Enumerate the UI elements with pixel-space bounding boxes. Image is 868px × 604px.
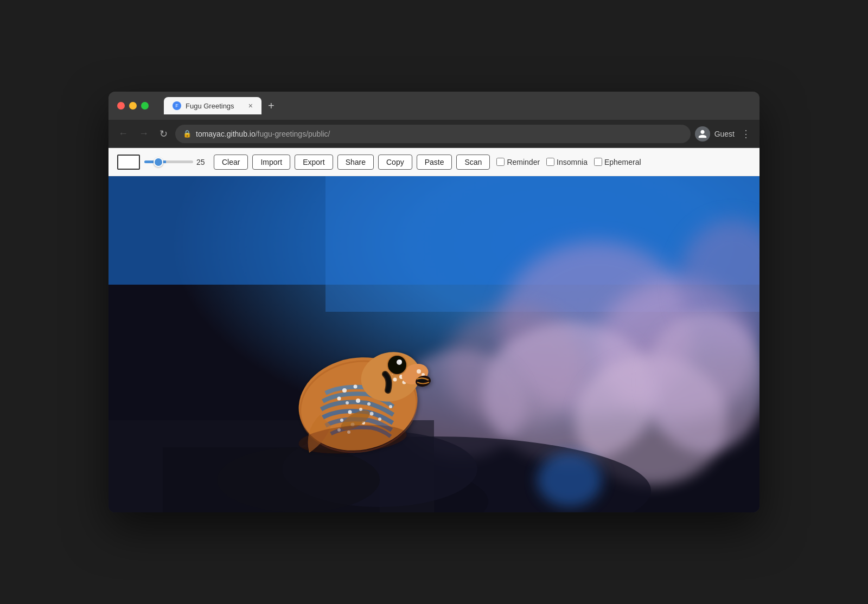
svg-point-31 xyxy=(359,408,362,411)
more-menu-button[interactable]: ⋮ xyxy=(739,126,753,142)
copy-button[interactable]: Copy xyxy=(378,155,412,170)
export-button[interactable]: Export xyxy=(295,155,333,170)
maximize-button[interactable] xyxy=(141,102,149,110)
title-bar: F Fugu Greetings × + xyxy=(108,92,760,120)
ephemeral-checkbox-label[interactable]: Ephemeral xyxy=(594,158,641,166)
svg-point-27 xyxy=(346,401,349,404)
address-bar[interactable]: 🔒 tomayac.github.io/fugu-greetings/publi… xyxy=(175,125,691,143)
clear-button[interactable]: Clear xyxy=(214,155,248,170)
insomnia-label: Insomnia xyxy=(557,158,588,166)
minimize-button[interactable] xyxy=(129,102,137,110)
profile-icon xyxy=(695,126,710,142)
svg-point-55 xyxy=(399,360,402,363)
forward-button[interactable]: → xyxy=(136,126,152,142)
svg-point-20 xyxy=(342,388,347,393)
tab-title: Fugu Greetings xyxy=(186,102,234,110)
brush-size-slider[interactable] xyxy=(144,160,193,163)
share-button[interactable]: Share xyxy=(337,155,374,170)
underwater-scene xyxy=(108,176,760,512)
refresh-button[interactable]: ↻ xyxy=(156,126,171,142)
toolbar: 25 Clear Import Export Share Copy Paste … xyxy=(108,148,760,176)
svg-point-53 xyxy=(390,357,405,372)
profile-label: Guest xyxy=(714,130,735,138)
svg-point-10 xyxy=(646,312,760,453)
svg-point-29 xyxy=(367,402,371,406)
url-path: /fugu-greetings/public/ xyxy=(256,130,330,138)
svg-point-25 xyxy=(389,405,392,408)
reminder-checkbox[interactable] xyxy=(496,158,505,166)
svg-point-32 xyxy=(370,412,374,416)
traffic-lights xyxy=(117,102,149,110)
svg-point-21 xyxy=(354,385,358,389)
content-area[interactable] xyxy=(108,176,760,512)
svg-point-16 xyxy=(217,447,380,512)
browser-window: F Fugu Greetings × + ← → ↻ 🔒 tomayac.git… xyxy=(108,92,760,512)
insomnia-checkbox[interactable] xyxy=(546,158,554,166)
svg-point-43 xyxy=(393,378,397,382)
url-base: tomayac.github.io xyxy=(196,130,256,138)
svg-point-47 xyxy=(417,369,421,374)
lock-icon: 🔒 xyxy=(183,130,192,138)
tab-close-icon[interactable]: × xyxy=(248,101,253,110)
profile-area[interactable]: Guest xyxy=(695,126,735,142)
active-tab[interactable]: F Fugu Greetings × xyxy=(164,97,261,114)
import-button[interactable]: Import xyxy=(252,155,290,170)
checkbox-group: Reminder Insomnia Ephemeral xyxy=(496,158,641,166)
slider-container: 25 xyxy=(144,158,209,166)
svg-point-30 xyxy=(348,410,352,414)
svg-point-34 xyxy=(340,419,343,422)
omnibar: ← → ↻ 🔒 tomayac.github.io/fugu-greetings… xyxy=(108,120,760,148)
slider-value: 25 xyxy=(196,158,209,166)
svg-point-26 xyxy=(337,397,341,401)
ephemeral-checkbox[interactable] xyxy=(594,158,602,166)
back-button[interactable]: ← xyxy=(115,126,131,142)
paste-button[interactable]: Paste xyxy=(417,155,452,170)
url-display: tomayac.github.io/fugu-greetings/public/ xyxy=(196,130,330,138)
close-button[interactable] xyxy=(117,102,125,110)
color-swatch[interactable] xyxy=(117,155,140,170)
tab-area: F Fugu Greetings × + xyxy=(164,97,751,114)
reminder-checkbox-label[interactable]: Reminder xyxy=(496,158,540,166)
tab-favicon: F xyxy=(173,101,181,110)
svg-point-17 xyxy=(537,453,602,507)
svg-point-28 xyxy=(356,399,360,403)
reminder-label: Reminder xyxy=(507,158,540,166)
insomnia-checkbox-label[interactable]: Insomnia xyxy=(546,158,588,166)
new-tab-button[interactable]: + xyxy=(266,98,277,114)
ephemeral-label: Ephemeral xyxy=(604,158,641,166)
scan-button[interactable]: Scan xyxy=(456,155,490,170)
svg-point-33 xyxy=(378,417,381,421)
